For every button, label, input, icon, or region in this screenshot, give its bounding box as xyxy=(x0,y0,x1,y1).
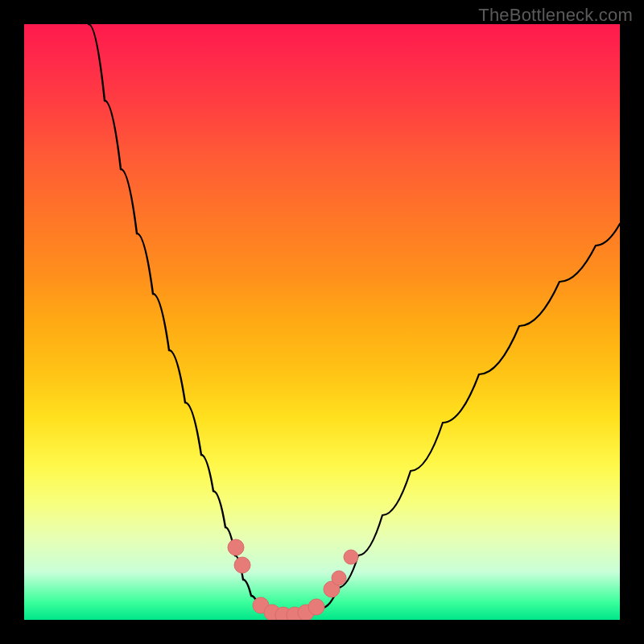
bottleneck-curve xyxy=(89,24,620,616)
bead xyxy=(332,571,346,585)
chart-frame: TheBottleneck.com xyxy=(0,0,644,644)
bead xyxy=(308,599,324,615)
curve-layer xyxy=(24,24,620,620)
bead xyxy=(228,539,244,555)
bead xyxy=(344,550,358,564)
highlight-beads xyxy=(228,539,358,620)
watermark-text: TheBottleneck.com xyxy=(478,5,633,26)
curve-left-branch xyxy=(89,24,259,608)
plot-area xyxy=(24,24,620,620)
bead xyxy=(234,557,250,573)
curve-right-branch xyxy=(322,224,620,608)
